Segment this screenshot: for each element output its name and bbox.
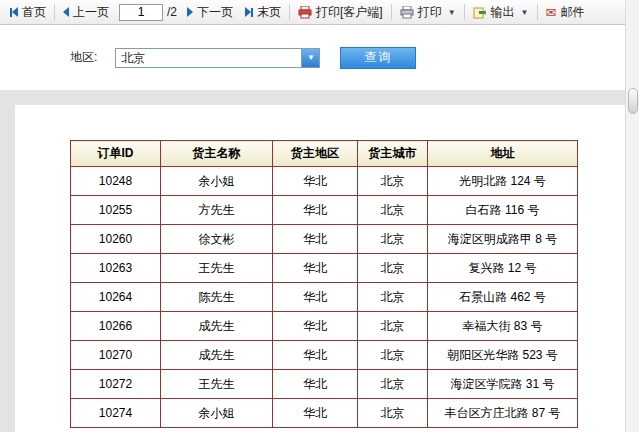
region-select[interactable]: 北京 ▼ (115, 48, 320, 68)
column-header: 货主地区 (273, 141, 358, 167)
table-body: 10248余小姐华北北京光明北路 124 号10255方先生华北北京白石路 11… (71, 167, 578, 428)
prev-page-icon (63, 7, 69, 17)
print-dropdown-caret-icon[interactable]: ▼ (448, 8, 456, 17)
table-row: 10255方先生华北北京白石路 116 号 (71, 196, 578, 225)
region-label: 地区: (70, 49, 97, 66)
toolbar-separator (537, 4, 538, 20)
table-cell: 华北 (273, 254, 358, 283)
table-cell: 北京 (358, 283, 428, 312)
print-client-icon (298, 6, 312, 19)
table-cell: 10270 (71, 341, 161, 370)
print-label: 打印 (418, 4, 442, 21)
table-cell: 成先生 (161, 341, 273, 370)
first-page-icon (10, 7, 18, 17)
table-cell: 余小姐 (161, 399, 273, 428)
table-cell: 10272 (71, 370, 161, 399)
table-cell: 海淀区学院路 31 号 (428, 370, 578, 399)
column-header: 地址 (428, 141, 578, 167)
last-page-icon (245, 7, 253, 17)
last-page-label: 末页 (257, 4, 281, 21)
table-cell: 北京 (358, 341, 428, 370)
report-viewer: 首页 上一页 /2 下一页 末页 打印[客户端] (0, 0, 639, 432)
table-cell: 陈先生 (161, 283, 273, 312)
query-button[interactable]: 查询 (340, 47, 416, 69)
scrollbar-thumb[interactable] (628, 88, 638, 114)
table-cell: 北京 (358, 312, 428, 341)
print-client-button[interactable]: 打印[客户端] (292, 0, 389, 24)
table-row: 10272王先生华北北京海淀区学院路 31 号 (71, 370, 578, 399)
next-page-button[interactable]: 下一页 (181, 0, 239, 24)
toolbar-separator (464, 4, 465, 20)
table-cell: 10274 (71, 399, 161, 428)
table-cell: 华北 (273, 225, 358, 254)
table-row: 10266成先生华北北京幸福大街 83 号 (71, 312, 578, 341)
table-cell: 复兴路 12 号 (428, 254, 578, 283)
table-cell: 幸福大街 83 号 (428, 312, 578, 341)
last-page-button[interactable]: 末页 (239, 0, 287, 24)
table-row: 10264陈先生华北北京石景山路 462 号 (71, 283, 578, 312)
header-row: 订单ID货主名称货主地区货主城市地址 (71, 141, 578, 167)
table-cell: 王先生 (161, 254, 273, 283)
table-cell: 成先生 (161, 312, 273, 341)
page-number-input[interactable] (119, 4, 163, 21)
region-selected-value: 北京 (116, 49, 301, 67)
table-cell: 北京 (358, 399, 428, 428)
table-cell: 华北 (273, 341, 358, 370)
print-client-label: 打印[客户端] (316, 4, 383, 21)
table-cell: 王先生 (161, 370, 273, 399)
table-cell: 北京 (358, 196, 428, 225)
table-cell: 华北 (273, 167, 358, 196)
table-row: 10274余小姐华北北京丰台区方庄北路 87 号 (71, 399, 578, 428)
table-cell: 华北 (273, 283, 358, 312)
table-cell: 北京 (358, 167, 428, 196)
column-header: 订单ID (71, 141, 161, 167)
table-cell: 10264 (71, 283, 161, 312)
table-cell: 丰台区方庄北路 87 号 (428, 399, 578, 428)
toolbar-separator (54, 4, 55, 20)
parameter-panel: 地区: 北京 ▼ 查询 (0, 25, 625, 90)
prev-page-label: 上一页 (73, 4, 109, 21)
column-header: 货主名称 (161, 141, 273, 167)
table-cell: 余小姐 (161, 167, 273, 196)
vertical-scrollbar[interactable] (625, 0, 639, 432)
region-dropdown-arrow-icon[interactable]: ▼ (301, 49, 319, 67)
table-head: 订单ID货主名称货主地区货主城市地址 (71, 141, 578, 167)
printer-icon (400, 6, 414, 19)
email-button[interactable]: ✉ 邮件 (540, 0, 591, 24)
email-label: 邮件 (560, 4, 584, 21)
report-table: 订单ID货主名称货主地区货主城市地址 10248余小姐华北北京光明北路 124 … (70, 140, 578, 428)
table-cell: 北京 (358, 370, 428, 399)
table-cell: 方先生 (161, 196, 273, 225)
table-row: 10248余小姐华北北京光明北路 124 号 (71, 167, 578, 196)
export-label: 输出 (491, 4, 515, 21)
table-cell: 10255 (71, 196, 161, 225)
email-icon: ✉ (546, 6, 557, 19)
next-page-icon (187, 7, 193, 17)
first-page-label: 首页 (22, 4, 46, 21)
report-page: 订单ID货主名称货主地区货主城市地址 10248余小姐华北北京光明北路 124 … (15, 105, 625, 432)
table-cell: 北京 (358, 225, 428, 254)
toolbar-separator (391, 4, 392, 20)
table-cell: 10260 (71, 225, 161, 254)
next-page-label: 下一页 (197, 4, 233, 21)
table-cell: 10266 (71, 312, 161, 341)
table-cell: 石景山路 462 号 (428, 283, 578, 312)
page-total-label: /2 (167, 5, 177, 19)
first-page-button[interactable]: 首页 (4, 0, 52, 24)
export-dropdown-caret-icon[interactable]: ▼ (521, 8, 529, 17)
table-cell: 华北 (273, 196, 358, 225)
table-cell: 华北 (273, 312, 358, 341)
toolbar-separator (289, 4, 290, 20)
table-cell: 华北 (273, 370, 358, 399)
column-header: 货主城市 (358, 141, 428, 167)
table-row: 10260徐文彬华北北京海淀区明成路甲 8 号 (71, 225, 578, 254)
prev-page-button[interactable]: 上一页 (57, 0, 115, 24)
table-row: 10263王先生华北北京复兴路 12 号 (71, 254, 578, 283)
table-cell: 10263 (71, 254, 161, 283)
table-cell: 华北 (273, 399, 358, 428)
print-button[interactable]: 打印 ▼ (394, 0, 462, 24)
table-cell: 10248 (71, 167, 161, 196)
toolbar: 首页 上一页 /2 下一页 末页 打印[客户端] (0, 0, 625, 25)
export-button[interactable]: 输出 ▼ (467, 0, 535, 24)
table-cell: 北京 (358, 254, 428, 283)
